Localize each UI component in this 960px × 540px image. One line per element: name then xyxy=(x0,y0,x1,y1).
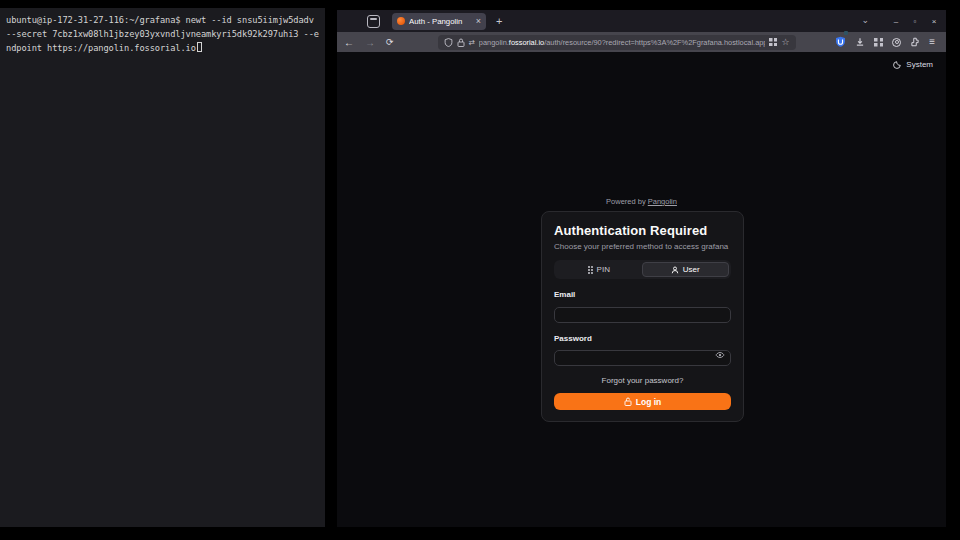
browser-window: Auth - Pangolin × + ⌄ – ▫ × ← → ⟳ ⇄ pang… xyxy=(337,10,946,527)
terminal-window[interactable]: ubuntu@ip-172-31-27-116:~/grafana$ newt … xyxy=(0,8,325,527)
downloads-icon[interactable] xyxy=(855,37,865,47)
url-bar[interactable]: ⇄ pangolin.fossorial.io/auth/resource/90… xyxy=(438,35,796,50)
forward-button[interactable]: → xyxy=(365,37,375,48)
terminal-line: --secret 7cbz1xw08lh1jbzey03yxvndljvneam… xyxy=(6,27,319,41)
tab-close-icon[interactable]: × xyxy=(476,17,481,26)
password-input-wrap xyxy=(554,347,731,367)
minimize-button[interactable]: – xyxy=(891,17,901,26)
bookmark-star-icon[interactable]: ☆ xyxy=(781,38,789,47)
password-label: Password xyxy=(554,334,731,343)
card-title: Authentication Required xyxy=(554,223,731,238)
ublock-origin-icon[interactable] xyxy=(835,33,846,51)
container-grid-icon[interactable] xyxy=(769,38,777,46)
navigation-bar: ← → ⟳ ⇄ pangolin.fossorial.io/auth/resou… xyxy=(337,32,946,52)
circle-extension-icon[interactable] xyxy=(892,38,901,47)
tab-bar: Auth - Pangolin × + ⌄ – ▫ × xyxy=(337,10,946,32)
tab-auth-pangolin[interactable]: Auth - Pangolin × xyxy=(392,13,486,30)
url-text: pangolin.fossorial.io/auth/resource/90?r… xyxy=(479,38,766,47)
extensions-puzzle-icon[interactable] xyxy=(910,37,920,47)
user-icon xyxy=(671,266,679,274)
terminal-line-text: ndpoint https://pangolin.fossorial.io xyxy=(6,43,196,53)
terminal-line: ndpoint https://pangolin.fossorial.io xyxy=(6,41,319,55)
https-lock-icon[interactable] xyxy=(457,38,465,47)
toolbar-extension-icons: ≡ xyxy=(835,33,939,51)
show-password-eye-icon[interactable] xyxy=(715,350,725,360)
pangolin-favicon-icon xyxy=(397,17,405,25)
menu-hamburger-icon[interactable]: ≡ xyxy=(929,37,935,47)
url-prefix: pangolin. xyxy=(479,38,509,47)
back-button[interactable]: ← xyxy=(344,37,354,48)
forgot-password-link[interactable]: Forgot your password? xyxy=(554,376,731,385)
url-domain: fossorial.io xyxy=(509,38,544,47)
login-lock-icon xyxy=(624,397,632,406)
login-button-label: Log in xyxy=(636,397,662,407)
theme-label: System xyxy=(906,60,933,69)
powered-by-text: Powered by xyxy=(606,197,648,206)
terminal-line: ubuntu@ip-172-31-27-116:~/grafana$ newt … xyxy=(6,13,319,27)
email-label: Email xyxy=(554,290,731,299)
permissions-icon[interactable]: ⇄ xyxy=(469,38,475,47)
list-tabs-chevron-icon[interactable]: ⌄ xyxy=(861,18,869,23)
theme-moon-icon xyxy=(893,60,902,69)
login-button[interactable]: Log in xyxy=(554,393,731,410)
tab-user[interactable]: User xyxy=(642,262,730,277)
pangolin-link[interactable]: Pangolin xyxy=(648,197,677,206)
terminal-cursor xyxy=(197,42,202,52)
url-path: /auth/resource/90?redirect=https%3A%2F%2… xyxy=(544,38,765,47)
page-content: System Powered by Pangolin Authenticatio… xyxy=(337,52,946,527)
tab-pin-label: PIN xyxy=(597,265,610,274)
email-field[interactable] xyxy=(554,307,731,323)
auth-method-tabs: PIN User xyxy=(554,260,731,279)
powered-by: Powered by Pangolin xyxy=(337,197,946,206)
grid-extension-icon[interactable] xyxy=(874,38,883,47)
maximize-button[interactable]: ▫ xyxy=(910,17,920,26)
pin-dialpad-icon xyxy=(588,266,593,274)
card-subtitle: Choose your preferred method to access g… xyxy=(554,242,731,251)
email-input-wrap xyxy=(554,303,731,323)
reload-button[interactable]: ⟳ xyxy=(386,37,394,47)
tracking-protection-shield-icon[interactable] xyxy=(444,38,453,47)
theme-toggle[interactable]: System xyxy=(893,60,933,69)
password-field[interactable] xyxy=(554,350,731,366)
new-tab-button[interactable]: + xyxy=(496,16,502,27)
tab-title: Auth - Pangolin xyxy=(409,17,472,26)
tab-user-label: User xyxy=(683,265,700,274)
tab-pin[interactable]: PIN xyxy=(556,262,642,277)
auth-card: Authentication Required Choose your pref… xyxy=(541,211,744,422)
window-close-button[interactable]: × xyxy=(929,17,939,26)
firefox-view-icon[interactable] xyxy=(367,15,380,28)
window-controls: – ▫ × xyxy=(891,17,939,26)
